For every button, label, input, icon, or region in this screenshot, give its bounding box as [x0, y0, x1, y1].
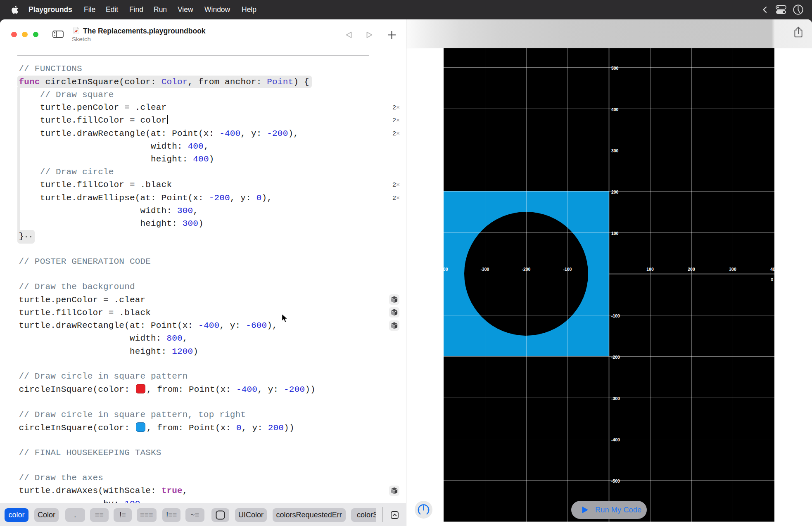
- svg-text:300: 300: [729, 267, 736, 272]
- svg-text:200: 200: [688, 267, 695, 272]
- svg-text:400: 400: [611, 107, 619, 112]
- svg-text:200: 200: [611, 190, 619, 194]
- svg-text:-300: -300: [611, 396, 620, 401]
- svg-text:-300: -300: [481, 267, 489, 272]
- svg-text:-500: -500: [611, 479, 620, 483]
- svg-text:500: 500: [611, 66, 619, 71]
- svg-text:400: 400: [770, 267, 774, 272]
- svg-text:-100: -100: [563, 267, 572, 272]
- svg-text:300: 300: [611, 149, 619, 153]
- svg-text:-200: -200: [522, 267, 531, 272]
- svg-text:-200: -200: [611, 355, 620, 360]
- svg-text:-400: -400: [611, 438, 620, 442]
- svg-text:x: x: [771, 277, 773, 282]
- svg-text:-600: -600: [611, 521, 620, 522]
- svg-text:-100: -100: [611, 314, 620, 318]
- svg-text:100: 100: [611, 231, 619, 236]
- svg-text:-400: -400: [444, 267, 448, 272]
- svg-text:100: 100: [646, 267, 654, 272]
